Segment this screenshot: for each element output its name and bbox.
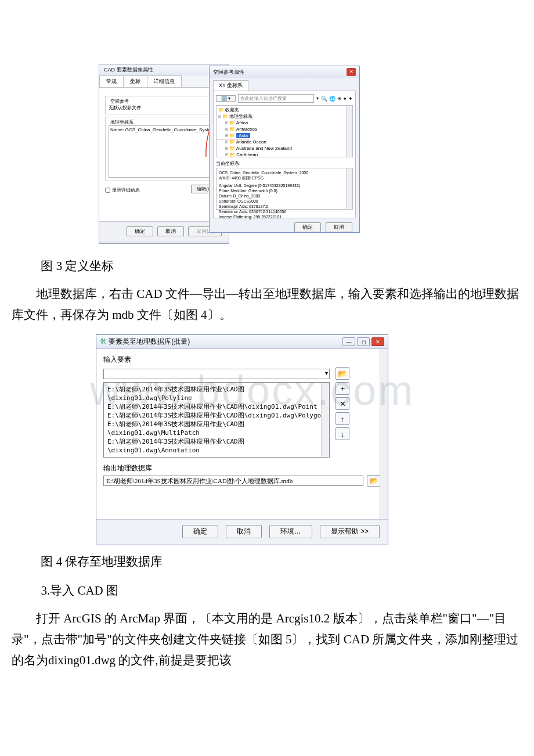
tree-favorites[interactable]: 收藏夹	[225, 107, 239, 113]
output-gdb-label: 输出地理数据库	[103, 463, 381, 473]
cs-detail-line: Spheroid: CGCS2000	[219, 199, 350, 204]
show-detail-checkbox[interactable]: 显示详细信息	[105, 187, 140, 193]
scope-dropdown[interactable]: 🔠 ▾	[216, 95, 236, 102]
cs-detail-line: Angular Unit: Degree (0.0174532925199433…	[219, 183, 350, 188]
section-3-heading: 3.导入 CAD 图	[12, 582, 522, 599]
move-up-button[interactable]: ↑	[335, 412, 349, 425]
figure-4-caption: 图 4 保存至地理数据库	[12, 553, 522, 570]
feature-to-gdb-dialog: 🛠 要素类至地理数据库(批量) — ◻ ✕ 输入要素 ▾	[96, 334, 388, 545]
tree-item-selected[interactable]: Asia	[236, 133, 250, 138]
ok-button[interactable]: 确定	[182, 525, 218, 538]
cs-wkid: WKID: 4490 权限: EPSG	[219, 175, 350, 181]
tab-xy[interactable]: XY 坐标系	[213, 80, 248, 91]
dialog-title: 空间参考属性	[213, 69, 244, 76]
tab-general[interactable]: 常规	[99, 75, 124, 87]
list-item[interactable]: E:\胡老师\2014年3S技术园林应用作业\CAD图\dixing01.dwg…	[107, 420, 326, 437]
close-icon[interactable]: ✕	[371, 337, 384, 346]
list-item[interactable]: E:\胡老师\2014年3S技术园林应用作业\CAD图\dixing01.dwg…	[107, 411, 326, 420]
list-item[interactable]: E:\胡老师\2014年3S技术园林应用作业\CAD图\dixing01.dwg…	[107, 437, 326, 455]
figure-3: CAD 要素数据集属性 常规 坐标 详细信息 空间参考 无默认投影文件 地理坐标…	[99, 64, 522, 250]
spatial-ref-label: 空间参考	[109, 98, 219, 105]
show-detail-label: 显示详细信息	[112, 187, 140, 193]
cs-detail-line: Prime Meridian: Greenwich (0.0)	[219, 188, 350, 193]
remove-button[interactable]: ✕	[335, 397, 349, 410]
cs-detail-line: Datum: D_China_2000	[219, 193, 350, 199]
cs-detail-line: Inverse Flattening: 298.257222101	[219, 214, 350, 219]
tree-item[interactable]: Caribbean	[236, 152, 258, 157]
list-item[interactable]: E:\胡老师\2014年3S技术园林应用作业\CAD图\dixing01.dwg…	[107, 385, 326, 402]
output-gdb-input[interactable]	[103, 476, 363, 486]
input-combobox[interactable]: ▾	[103, 369, 330, 379]
chevron-down-icon[interactable]: ▾	[344, 96, 347, 102]
paragraph-1: 地理数据库，右击 CAD 文件—导出—转出至地理数据库，输入要素和选择输出的地理…	[12, 283, 522, 325]
scrollbar[interactable]	[346, 168, 352, 209]
cs-detail-line: Semimajor Axis: 6378137.0	[219, 204, 350, 209]
search-icon[interactable]: 🔍	[321, 96, 327, 102]
cancel-button[interactable]: 取消	[157, 226, 184, 236]
search-input[interactable]: 在此处输入以进行搜索	[238, 94, 314, 103]
star-icon[interactable]: ✦	[348, 96, 353, 102]
tree-item[interactable]: Africa	[236, 120, 248, 125]
add-button[interactable]: ＋	[335, 382, 349, 395]
minimize-icon[interactable]: —	[342, 337, 355, 346]
scrollbar[interactable]	[380, 349, 388, 519]
close-icon[interactable]: ✕	[347, 68, 356, 76]
help-button[interactable]: 显示帮助 >>	[320, 525, 380, 538]
cancel-button[interactable]: 取消	[226, 525, 262, 538]
tab-coords[interactable]: 坐标	[123, 75, 147, 87]
maximize-icon[interactable]: ◻	[357, 337, 370, 346]
current-cs-label: 当前坐标系:	[216, 160, 353, 167]
search-clear-dropdown[interactable]: ▾	[316, 96, 319, 101]
new-icon[interactable]: ✳	[337, 96, 342, 102]
spatial-ref-value: 无默认投影文件	[109, 105, 219, 111]
env-button[interactable]: 环境…	[269, 525, 312, 538]
scrollbar[interactable]	[321, 383, 329, 457]
tree-item[interactable]: Atlantic Ocean	[236, 139, 266, 145]
browse-button[interactable]: 📂	[335, 367, 349, 380]
globe-icon[interactable]: 🌐	[329, 96, 335, 102]
tree-root[interactable]: 地理坐标系	[229, 114, 252, 119]
tool-icon: 🛠	[100, 337, 107, 345]
input-list[interactable]: E:\胡老师\2014年3S技术园林应用作业\CAD图\dixing01.dwg…	[103, 382, 330, 458]
move-down-button[interactable]: ↓	[335, 427, 349, 440]
input-features-label: 输入要素	[103, 355, 381, 365]
chevron-down-icon[interactable]: ▾	[325, 370, 328, 376]
tree-item[interactable]: Antarctica	[236, 127, 257, 132]
annotation-underline	[217, 139, 249, 139]
figure-3-caption: 图 3 定义坐标	[12, 258, 522, 274]
cs-name: GCS_China_Geodetic_Coordinate_System_200…	[219, 170, 350, 175]
tab-detail[interactable]: 详细信息	[147, 75, 182, 87]
paragraph-2: 打开 ArcGIS 的 ArcMap 界面，〔本文用的是 Arcgis10.2 …	[12, 608, 522, 671]
cs-detail-box: GCS_China_Geodetic_Coordinate_System_200…	[216, 168, 353, 210]
scrollbar[interactable]	[346, 106, 352, 157]
ok-button[interactable]: 确定	[294, 222, 321, 232]
list-item[interactable]: E:\胡老师\2014年3S技术园林应用作业\CAD图\dixing01.dwg…	[107, 402, 326, 411]
geo-cs-label: 地理坐标系	[109, 119, 219, 125]
coordinate-tree[interactable]: 📁 收藏夹 ⊟ 📁 地理坐标系 ⊞ 📁 Africa ⊞ 📁 Antarctic…	[216, 105, 353, 157]
browse-button[interactable]: 📂	[367, 475, 381, 487]
spatial-reference-dialog: 空间参考属性 ✕ XY 坐标系 🔠 ▾ 在此处输入以进行搜索 ▾ 🔍 🌐 ✳ ▾…	[209, 66, 360, 233]
ok-button[interactable]: 确定	[127, 226, 153, 236]
tree-item[interactable]: Australia and New Zealand	[236, 146, 292, 151]
checkbox-icon[interactable]	[105, 188, 110, 193]
dialog-title: 要素类至地理数据库(批量)	[109, 337, 190, 345]
geo-cs-value: Name: GCS_China_Geodetic_Coordinate_Syst…	[109, 125, 219, 178]
cs-detail-line: Semiminor Axis: 6356752.314140356	[219, 209, 350, 214]
chevron-down-icon: ▾	[228, 96, 230, 101]
cancel-button[interactable]: 取消	[326, 222, 352, 232]
